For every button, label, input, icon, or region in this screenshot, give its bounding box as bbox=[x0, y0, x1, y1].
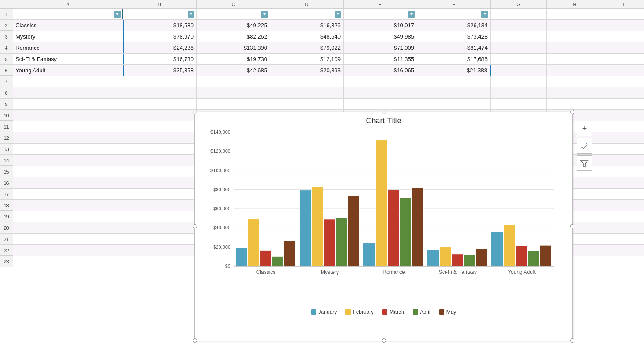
empty-cell-r9c3[interactable] bbox=[270, 99, 344, 109]
data-cell-r5c8[interactable] bbox=[603, 54, 644, 64]
data-cell-r3c8[interactable] bbox=[603, 31, 644, 42]
empty-cell-r14c1[interactable] bbox=[123, 155, 197, 166]
dropdown-arrow-4[interactable] bbox=[408, 11, 415, 18]
empty-cell-r7c4[interactable] bbox=[344, 76, 417, 87]
header-cell-5[interactable]: May bbox=[417, 9, 491, 19]
empty-cell-r18c1[interactable] bbox=[123, 200, 197, 211]
dropdown-arrow-2[interactable] bbox=[261, 11, 268, 18]
chart-style-button[interactable] bbox=[577, 138, 592, 154]
resize-handle-tc[interactable] bbox=[382, 110, 386, 114]
empty-cell-r8c8[interactable] bbox=[603, 87, 644, 98]
empty-cell-r13c8[interactable] bbox=[603, 144, 644, 154]
chart-container[interactable]: + Chart Title $0$20,000$40,000$60,000$80… bbox=[194, 112, 573, 341]
empty-cell-r10c0[interactable] bbox=[13, 110, 123, 121]
header-cell-2[interactable]: February bbox=[197, 9, 270, 19]
data-cell-r6c6[interactable] bbox=[491, 65, 547, 76]
data-cell-r2c4[interactable]: $10,017 bbox=[344, 20, 417, 31]
resize-handle-br[interactable] bbox=[570, 338, 574, 343]
data-cell-r2c5[interactable]: $26,134 bbox=[417, 20, 491, 31]
empty-cell-r17c8[interactable] bbox=[603, 189, 644, 199]
data-cell-r3c4[interactable]: $49,985 bbox=[344, 31, 417, 42]
empty-cell-r15c1[interactable] bbox=[123, 166, 197, 177]
empty-cell-r8c3[interactable] bbox=[270, 87, 344, 98]
data-cell-r5c5[interactable]: $17,686 bbox=[417, 54, 491, 64]
empty-cell-r7c6[interactable] bbox=[491, 76, 547, 87]
empty-cell-r14c0[interactable] bbox=[13, 155, 123, 166]
data-cell-r2c1[interactable]: $18,580 bbox=[123, 20, 197, 31]
data-cell-r4c0[interactable]: Romance bbox=[13, 42, 123, 53]
empty-cell-r14c8[interactable] bbox=[603, 155, 644, 166]
empty-cell-r7c2[interactable] bbox=[197, 76, 270, 87]
empty-cell-r9c4[interactable] bbox=[344, 99, 417, 109]
empty-cell-r17c0[interactable] bbox=[13, 189, 123, 199]
empty-cell-r16c0[interactable] bbox=[13, 177, 123, 188]
empty-cell-r16c8[interactable] bbox=[603, 177, 644, 188]
empty-cell-r11c1[interactable] bbox=[123, 121, 197, 132]
data-cell-r6c8[interactable] bbox=[603, 65, 644, 76]
data-cell-r3c0[interactable]: Mystery bbox=[13, 31, 123, 42]
empty-cell-r9c0[interactable] bbox=[13, 99, 123, 109]
empty-cell-r7c7[interactable] bbox=[547, 76, 603, 87]
header-cell-3[interactable]: March bbox=[270, 9, 344, 19]
data-cell-r3c5[interactable]: $73,428 bbox=[417, 31, 491, 42]
header-cell-4[interactable]: April bbox=[344, 9, 417, 19]
data-cell-r5c2[interactable]: $19,730 bbox=[197, 54, 270, 64]
data-cell-r6c3[interactable]: $20,893 bbox=[270, 65, 344, 76]
data-cell-r2c8[interactable] bbox=[603, 20, 644, 31]
data-cell-r3c7[interactable] bbox=[547, 31, 603, 42]
data-cell-r3c6[interactable] bbox=[491, 31, 547, 42]
data-cell-r6c4[interactable]: $16,065 bbox=[344, 65, 417, 76]
data-cell-r2c2[interactable]: $49,225 bbox=[197, 20, 270, 31]
empty-cell-r7c0[interactable] bbox=[13, 76, 123, 87]
empty-cell-r18c0[interactable] bbox=[13, 200, 123, 211]
empty-cell-r17c1[interactable] bbox=[123, 189, 197, 199]
empty-cell-r18c8[interactable] bbox=[603, 200, 644, 211]
resize-handle-tl[interactable] bbox=[193, 110, 197, 114]
data-cell-r4c1[interactable]: $24,236 bbox=[123, 42, 197, 53]
empty-cell-r23c0[interactable] bbox=[13, 256, 123, 267]
resize-handle-bc[interactable] bbox=[382, 338, 386, 343]
empty-cell-r19c8[interactable] bbox=[603, 211, 644, 222]
dropdown-arrow-0[interactable] bbox=[114, 11, 121, 18]
empty-cell-r8c5[interactable] bbox=[417, 87, 491, 98]
empty-cell-r10c1[interactable] bbox=[123, 110, 197, 121]
empty-cell-r20c1[interactable] bbox=[123, 222, 197, 233]
data-cell-r6c0[interactable]: Young Adult bbox=[13, 65, 123, 76]
data-cell-r5c1[interactable]: $16,730 bbox=[123, 54, 197, 64]
data-cell-r3c3[interactable]: $48,640 bbox=[270, 31, 344, 42]
empty-cell-r13c0[interactable] bbox=[13, 144, 123, 154]
empty-cell-r19c0[interactable] bbox=[13, 211, 123, 222]
empty-cell-r21c0[interactable] bbox=[13, 234, 123, 244]
empty-cell-r21c1[interactable] bbox=[123, 234, 197, 244]
chart-filter-button[interactable] bbox=[577, 155, 592, 171]
empty-cell-r11c8[interactable] bbox=[603, 121, 644, 132]
data-cell-r6c1[interactable]: $35,358 bbox=[123, 65, 197, 76]
empty-cell-r9c1[interactable] bbox=[123, 99, 197, 109]
dropdown-arrow-3[interactable] bbox=[335, 11, 341, 18]
empty-cell-r21c8[interactable] bbox=[603, 234, 644, 244]
data-cell-r5c4[interactable]: $11,355 bbox=[344, 54, 417, 64]
data-cell-r2c6[interactable] bbox=[491, 20, 547, 31]
dropdown-arrow-5[interactable] bbox=[481, 11, 488, 18]
data-cell-r5c7[interactable] bbox=[547, 54, 603, 64]
empty-cell-r19c1[interactable] bbox=[123, 211, 197, 222]
data-cell-r4c6[interactable] bbox=[491, 42, 547, 53]
data-cell-r2c3[interactable]: $16,326 bbox=[270, 20, 344, 31]
resize-handle-tr[interactable] bbox=[570, 110, 574, 114]
empty-cell-r11c0[interactable] bbox=[13, 121, 123, 132]
empty-cell-r8c2[interactable] bbox=[197, 87, 270, 98]
resize-handle-bl[interactable] bbox=[193, 338, 197, 343]
data-cell-r4c7[interactable] bbox=[547, 42, 603, 53]
empty-cell-r16c1[interactable] bbox=[123, 177, 197, 188]
empty-cell-r23c8[interactable] bbox=[603, 256, 644, 267]
dropdown-arrow-1[interactable] bbox=[188, 11, 194, 18]
data-cell-r2c7[interactable] bbox=[547, 20, 603, 31]
data-cell-r4c2[interactable]: $131,390 bbox=[197, 42, 270, 53]
empty-cell-r12c0[interactable] bbox=[13, 132, 123, 143]
data-cell-r6c5[interactable]: $21,388 bbox=[417, 65, 491, 76]
data-cell-r4c4[interactable]: $71,009 bbox=[344, 42, 417, 53]
empty-cell-r8c6[interactable] bbox=[491, 87, 547, 98]
empty-cell-r10c8[interactable] bbox=[603, 110, 644, 121]
empty-cell-r22c0[interactable] bbox=[13, 245, 123, 256]
empty-cell-r8c1[interactable] bbox=[123, 87, 197, 98]
